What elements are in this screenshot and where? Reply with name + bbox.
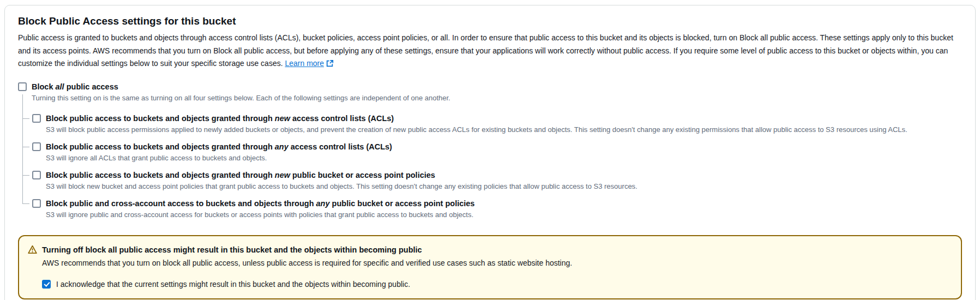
- block-new-acls-description: S3 will block public access permissions …: [46, 125, 962, 135]
- block-new-acls-option: Block public access to buckets and objec…: [22, 113, 962, 135]
- acknowledgment-row: I acknowledge that the current settings …: [42, 279, 572, 290]
- block-new-policies-label[interactable]: Block public access to buckets and objec…: [46, 170, 435, 181]
- page-title: Block Public Access settings for this bu…: [18, 14, 962, 28]
- external-link-icon: [326, 58, 334, 71]
- acknowledgment-checkbox[interactable]: [42, 280, 51, 289]
- panel-description-text: Public access is granted to buckets and …: [18, 33, 953, 68]
- block-all-public-access-description: Turning this setting on is the same as t…: [32, 93, 962, 103]
- block-all-public-access-checkbox[interactable]: [18, 82, 27, 91]
- block-all-public-access-option: Block all public access Turning this set…: [18, 81, 962, 103]
- warning-description: AWS recommends that you turn on block al…: [42, 257, 572, 269]
- panel-description: Public access is granted to buckets and …: [18, 32, 962, 71]
- block-any-policies-option: Block public and cross-account access to…: [22, 198, 962, 220]
- block-any-acls-option: Block public access to buckets and objec…: [22, 141, 962, 163]
- block-all-public-access-label[interactable]: Block all public access: [32, 81, 118, 92]
- warning-title: Turning off block all public access migh…: [42, 244, 572, 256]
- block-new-policies-option: Block public access to buckets and objec…: [22, 170, 962, 191]
- warning-content: Turning off block all public access migh…: [42, 244, 572, 290]
- block-public-access-panel: Block Public Access settings for this bu…: [4, 5, 976, 300]
- block-new-acls-label[interactable]: Block public access to buckets and objec…: [46, 113, 394, 124]
- block-any-policies-checkbox[interactable]: [32, 199, 41, 208]
- block-new-policies-description: S3 will block new bucket and access poin…: [46, 182, 962, 191]
- acknowledgment-label[interactable]: I acknowledge that the current settings …: [56, 279, 410, 290]
- block-any-acls-checkbox[interactable]: [32, 142, 41, 151]
- warning-alert: Turning off block all public access migh…: [18, 235, 962, 299]
- warning-triangle-icon: [28, 245, 37, 256]
- block-new-policies-checkbox[interactable]: [32, 171, 41, 179]
- sub-settings-list: Block public access to buckets and objec…: [22, 113, 962, 220]
- block-any-acls-description: S3 will ignore all ACLs that grant publi…: [46, 153, 962, 163]
- block-any-acls-label[interactable]: Block public access to buckets and objec…: [46, 141, 392, 152]
- block-any-policies-description: S3 will ignore public and cross-account …: [46, 210, 962, 220]
- block-new-acls-checkbox[interactable]: [32, 114, 41, 123]
- block-any-policies-label[interactable]: Block public and cross-account access to…: [46, 198, 474, 209]
- learn-more-link[interactable]: Learn more: [285, 59, 334, 68]
